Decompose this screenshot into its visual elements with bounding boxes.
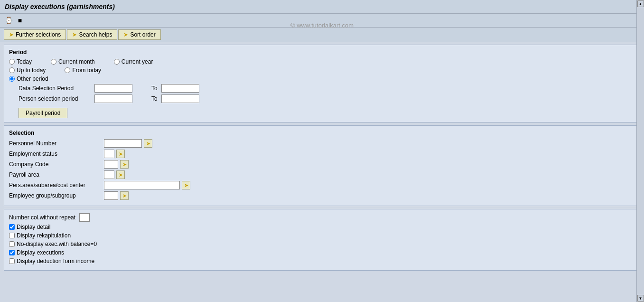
option-row-number-col: Number col.without repeat <box>9 213 635 222</box>
personnel-number-arrow-btn[interactable]: ➤ <box>144 139 152 148</box>
data-selection-label: Data Selection Period <box>19 85 94 92</box>
company-code-arrow-btn[interactable]: ➤ <box>120 160 129 169</box>
person-selection-row: Person selection period To <box>9 94 635 103</box>
display-rekapit-checkbox[interactable] <box>9 233 15 238</box>
tab-search-helps[interactable]: ➤ Search helps <box>67 29 117 40</box>
display-detail-checkbox[interactable] <box>9 224 15 230</box>
radio-current-month[interactable]: Current month <box>51 58 95 65</box>
clock-icon[interactable]: ⌚ <box>4 16 13 25</box>
tab-arrow-icon-3: ➤ <box>123 31 128 38</box>
radio-up-to-today[interactable]: Up to today <box>9 67 46 74</box>
personnel-number-label: Personnel Number <box>9 140 104 147</box>
radio-other-period-input[interactable] <box>9 76 15 82</box>
option-row-display-deduction: Display deduction form income <box>9 258 635 264</box>
employee-group-input[interactable] <box>104 191 118 200</box>
diamond-arrow-icon-5: ➤ <box>184 182 188 189</box>
radio-current-month-input[interactable] <box>51 59 56 65</box>
no-display-label: No-display exec.with balance=0 <box>17 241 97 247</box>
main-content: Period Today Current month Current year … <box>0 42 644 296</box>
payroll-area-arrow-btn[interactable]: ➤ <box>116 170 125 179</box>
number-col-label: Number col.without repeat <box>9 214 75 221</box>
person-selection-from-input[interactable] <box>94 94 132 103</box>
person-selection-label: Person selection period <box>19 95 94 102</box>
tab-bar: ➤ Further selections ➤ Search helps ➤ So… <box>0 28 644 42</box>
options-section: Number col.without repeat Display detail… <box>4 209 640 271</box>
period-row-1: Today Current month Current year <box>9 58 635 65</box>
option-row-no-display: No-display exec.with balance=0 <box>9 241 635 247</box>
selection-row-personnel: Personnel Number ➤ <box>9 139 635 148</box>
diamond-arrow-icon-2: ➤ <box>119 151 123 157</box>
number-col-input[interactable] <box>79 213 90 222</box>
radio-today[interactable]: Today <box>9 58 32 65</box>
diamond-arrow-icon-6: ➤ <box>122 193 127 199</box>
selection-section: Selection Personnel Number ➤ Employment … <box>4 125 640 206</box>
tab-arrow-icon-2: ➤ <box>72 31 77 38</box>
display-exec-checkbox[interactable] <box>9 250 15 255</box>
selection-row-employee-group: Employee group/subgroup ➤ <box>9 191 635 200</box>
display-deduction-checkbox[interactable] <box>9 258 15 264</box>
scroll-up-arrow[interactable]: ▲ <box>637 0 644 7</box>
period-section: Period Today Current month Current year … <box>4 45 640 123</box>
selection-row-pers-area: Pers.area/subarea/cost center ➤ <box>9 181 635 189</box>
person-selection-to-input[interactable] <box>161 94 199 103</box>
radio-up-to-today-input[interactable] <box>9 67 15 73</box>
data-selection-to-input[interactable] <box>161 84 199 93</box>
display-rekapit-label: Display rekapitulation <box>17 232 71 239</box>
selection-row-payroll-area: Payroll area ➤ <box>9 170 635 179</box>
tab-further-selections[interactable]: ➤ Further selections <box>4 29 66 40</box>
selection-row-employment: Employment status ➤ <box>9 150 635 158</box>
tab-arrow-icon-1: ➤ <box>9 31 14 38</box>
display-exec-label: Display executions <box>17 249 64 256</box>
page-title: Display executions (garnishments) <box>5 3 115 10</box>
toolbar: ⌚ ■ © www.tutorialkart.com <box>0 14 644 28</box>
pers-area-arrow-btn[interactable]: ➤ <box>182 181 190 189</box>
person-selection-to-label: To <box>151 95 158 102</box>
radio-current-year[interactable]: Current year <box>114 58 153 65</box>
period-row-3: Other period <box>9 76 635 82</box>
data-selection-to-label: To <box>151 85 158 92</box>
option-row-display-rekapit: Display rekapitulation <box>9 232 635 239</box>
employee-group-arrow-btn[interactable]: ➤ <box>120 191 129 200</box>
scroll-down-arrow[interactable]: ▼ <box>637 295 644 296</box>
payroll-period-button[interactable]: Payroll period <box>19 108 67 118</box>
pers-area-label: Pers.area/subarea/cost center <box>9 182 104 189</box>
period-title: Period <box>9 49 635 56</box>
company-code-input[interactable] <box>104 160 118 169</box>
data-selection-row: Data Selection Period To <box>9 84 635 93</box>
tab-sort-order[interactable]: ➤ Sort order <box>118 29 160 40</box>
company-code-label: Company Code <box>9 161 104 168</box>
radio-today-input[interactable] <box>9 59 15 65</box>
radio-from-today-input[interactable] <box>65 67 70 73</box>
period-row-2: Up to today From today <box>9 67 635 74</box>
employment-status-arrow-btn[interactable]: ➤ <box>116 150 125 158</box>
selection-row-company: Company Code ➤ <box>9 160 635 169</box>
data-selection-from-input[interactable] <box>94 84 132 93</box>
personnel-number-input[interactable] <box>104 139 142 148</box>
employment-status-label: Employment status <box>9 151 104 157</box>
option-row-display-exec: Display executions <box>9 249 635 256</box>
radio-other-period[interactable]: Other period <box>9 76 48 82</box>
payroll-area-input[interactable] <box>104 170 114 179</box>
employee-group-label: Employee group/subgroup <box>9 192 104 199</box>
diamond-arrow-icon-1: ➤ <box>146 141 150 147</box>
display-detail-label: Display detail <box>17 224 50 230</box>
flag-icon[interactable]: ■ <box>15 16 25 25</box>
option-row-display-detail: Display detail <box>9 224 635 230</box>
payroll-area-label: Payroll area <box>9 171 104 178</box>
diamond-arrow-icon-3: ➤ <box>122 161 127 168</box>
no-display-checkbox[interactable] <box>9 241 15 247</box>
employment-status-input[interactable] <box>104 150 114 158</box>
selection-title: Selection <box>9 130 635 136</box>
radio-current-year-input[interactable] <box>114 59 120 65</box>
display-deduction-label: Display deduction form income <box>17 258 94 264</box>
title-bar: Display executions (garnishments) <box>0 0 644 14</box>
radio-from-today[interactable]: From today <box>65 67 101 74</box>
pers-area-input[interactable] <box>104 181 180 189</box>
scrollbar-right[interactable]: ▲ ▼ <box>636 0 644 296</box>
diamond-arrow-icon-4: ➤ <box>119 172 123 178</box>
